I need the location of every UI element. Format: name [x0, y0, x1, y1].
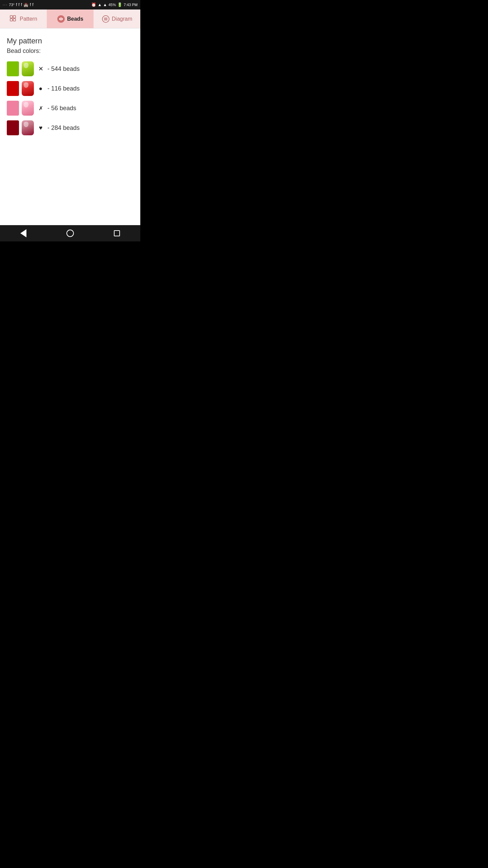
main-content: My pattern Bead colors: ✕ - 544 beads ● …: [0, 28, 140, 225]
back-icon: [20, 229, 26, 237]
tab-beads[interactable]: Beads: [47, 9, 94, 28]
bead-symbol-1: ✕: [37, 65, 45, 73]
bead-count-4: - 284 beads: [47, 124, 80, 132]
tab-diagram-label: Diagram: [112, 16, 132, 22]
bead-solid-color-1: [7, 61, 19, 76]
bead-count-2: - 116 beads: [47, 85, 80, 92]
bead-row-3: ✗ - 56 beads: [7, 101, 134, 116]
svg-rect-2: [10, 19, 13, 21]
bead-symbol-3: ✗: [37, 105, 45, 112]
home-button[interactable]: [63, 226, 77, 240]
facebook-icon-1: f: [16, 2, 17, 7]
battery-percent: 45%: [108, 3, 116, 7]
status-dots: ···: [3, 3, 7, 7]
status-left: ··· 73° f f f 🏰 f f: [3, 2, 34, 7]
alarm-icon: ⏰: [91, 2, 96, 7]
bead-solid-color-3: [7, 101, 19, 116]
bead-symbol-4: ♥: [37, 124, 45, 132]
tab-bar: Pattern Beads Diagram: [0, 9, 140, 28]
time: 7:43 PM: [124, 3, 138, 7]
bead-symbol-2: ●: [37, 85, 45, 92]
bead-glossy-color-1: [22, 61, 34, 76]
tab-pattern-label: Pattern: [20, 16, 37, 22]
eye-icon: [57, 15, 65, 23]
bead-row-2: ● - 116 beads: [7, 81, 134, 96]
castle-icon: 🏰: [23, 2, 28, 7]
facebook-icon-5: f: [32, 2, 33, 7]
status-bar: ··· 73° f f f 🏰 f f ⏰ ▲ ▲ 45% 🔋 7:43 PM: [0, 0, 140, 9]
bead-glossy-color-2: [22, 81, 34, 96]
wifi-icon: ▲: [98, 2, 102, 7]
bead-solid-color-2: [7, 81, 19, 96]
bead-colors-heading: Bead colors:: [7, 47, 134, 55]
svg-point-4: [60, 18, 62, 20]
svg-rect-1: [13, 16, 16, 18]
bead-glossy-color-3: [22, 101, 34, 116]
grid-icon: [9, 15, 18, 23]
bead-row-1: ✕ - 544 beads: [7, 61, 134, 76]
bead-solid-color-4: [7, 120, 19, 135]
facebook-icon-3: f: [21, 2, 22, 7]
facebook-icon-2: f: [18, 2, 19, 7]
recents-button[interactable]: [110, 226, 124, 240]
pattern-title: My pattern: [7, 37, 134, 45]
tab-beads-label: Beads: [67, 16, 83, 22]
status-right: ⏰ ▲ ▲ 45% 🔋 7:43 PM: [91, 2, 138, 7]
home-icon: [66, 230, 74, 237]
back-button[interactable]: [17, 226, 30, 240]
bead-count-3: - 56 beads: [47, 105, 76, 112]
bead-glossy-color-4: [22, 120, 34, 135]
menu-icon: [102, 15, 110, 23]
temperature: 73°: [9, 3, 15, 7]
facebook-icon-4: f: [30, 2, 31, 7]
tab-pattern[interactable]: Pattern: [0, 9, 47, 28]
tab-diagram[interactable]: Diagram: [94, 9, 140, 28]
bottom-nav-bar: [0, 225, 140, 241]
battery-icon: 🔋: [117, 2, 122, 7]
bead-row-4: ♥ - 284 beads: [7, 120, 134, 135]
recents-icon: [114, 230, 120, 236]
svg-rect-3: [13, 19, 16, 21]
svg-rect-0: [10, 16, 13, 18]
signal-icon: ▲: [103, 2, 107, 7]
bead-count-1: - 544 beads: [47, 65, 80, 73]
